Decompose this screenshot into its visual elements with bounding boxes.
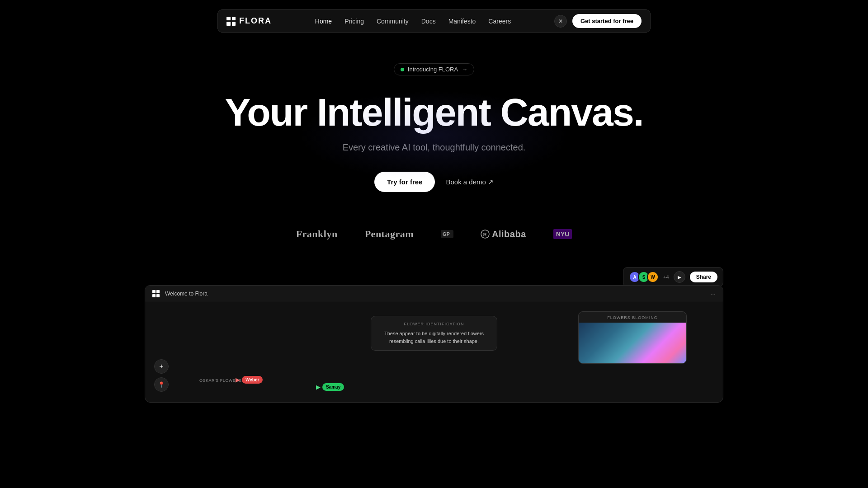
close-button[interactable]: ✕ (554, 15, 567, 28)
partner-logos: Franklyn Pentagram GP 阿 Alibaba NYU (296, 228, 572, 240)
flowers-blooming-label: FLOWERS BLOOMING (579, 312, 686, 323)
collab-count: +4 (663, 274, 669, 280)
avatar-3: W (647, 271, 659, 283)
book-demo-arrow: ↗ (488, 178, 494, 186)
app-tab-name: Welcome to Flora (165, 291, 208, 297)
app-preview-container: A S W +4 ▶ Share Welcome to Flora ··· F (145, 267, 723, 403)
app-logo-small (152, 290, 160, 297)
nav-links: Home Pricing Community Docs Manifesto Ca… (290, 18, 536, 25)
avatar-stack: A S W (629, 271, 659, 283)
weber-cursor-arrow: ▶ (236, 376, 240, 383)
book-demo-text: Book a demo (446, 178, 486, 186)
nav-community[interactable]: Community (377, 18, 409, 25)
add-button[interactable]: + (154, 359, 169, 374)
app-frame: Welcome to Flora ··· FLOWER IDENTIFICATI… (145, 285, 723, 403)
intro-badge-text: Introducing FLORA (408, 66, 458, 73)
weber-cursor-group: ▶ Weber (236, 376, 263, 384)
svg-text:阿: 阿 (483, 233, 487, 237)
navbar-actions: ✕ Get started for free (554, 14, 642, 28)
samay-tag: Samay (322, 383, 344, 391)
hero-title: Your Intelligent Canvas. (225, 92, 643, 132)
nav-docs[interactable]: Docs (421, 18, 436, 25)
samay-cursor-arrow: ▶ (316, 384, 321, 390)
hero-subtitle: Every creative AI tool, thoughtfully con… (343, 142, 526, 153)
svg-text:GP: GP (443, 231, 450, 237)
logo[interactable]: FLORA (226, 16, 272, 26)
nav-pricing[interactable]: Pricing (344, 18, 364, 25)
share-button[interactable]: Share (690, 272, 717, 282)
pin-button[interactable]: 📍 (154, 377, 169, 392)
samay-cursor-group: ▶ Samay (316, 383, 344, 391)
logo-alibaba: 阿 Alibaba (481, 229, 526, 239)
logo-pentagram: Pentagram (365, 228, 414, 240)
nav-careers[interactable]: Careers (488, 18, 511, 25)
navbar: FLORA Home Pricing Community Docs Manife… (217, 9, 651, 33)
flower-id-card: FLOWER IDENTIFICATION These appear to be… (371, 316, 497, 351)
intro-badge-arrow: → (462, 66, 467, 73)
hero-section: Introducing FLORA → Your Intelligent Can… (0, 0, 868, 403)
flower-id-text: These appear to be digitally rendered fl… (377, 330, 491, 345)
green-dot-icon (401, 68, 404, 71)
collab-bar: A S W +4 ▶ Share (623, 267, 723, 287)
logo-text: FLORA (239, 16, 272, 26)
intro-badge[interactable]: Introducing FLORA → (394, 63, 474, 75)
play-button[interactable]: ▶ (674, 271, 685, 283)
logo-gp: GP (441, 230, 453, 238)
logo-nyu: NYU (553, 229, 572, 239)
app-content: FLOWER IDENTIFICATION These appear to be… (145, 302, 723, 401)
flowers-blooming-card: FLOWERS BLOOMING (578, 311, 687, 364)
app-bottom-controls: + 📍 (154, 359, 169, 392)
nav-manifesto[interactable]: Manifesto (448, 18, 476, 25)
book-demo-link[interactable]: Book a demo ↗ (446, 178, 493, 186)
nav-home[interactable]: Home (315, 18, 332, 25)
app-menu-dots[interactable]: ··· (710, 290, 716, 297)
flower-image (579, 323, 686, 363)
logo-icon (226, 17, 236, 26)
hero-actions: Try for free Book a demo ↗ (374, 172, 494, 192)
weber-tag: Weber (242, 376, 263, 384)
app-topbar: Welcome to Flora ··· (145, 286, 723, 302)
get-started-button[interactable]: Get started for free (572, 14, 642, 28)
flower-id-label: FLOWER IDENTIFICATION (377, 322, 491, 326)
try-free-button[interactable]: Try for free (374, 172, 435, 192)
logo-franklyn: Franklyn (296, 228, 338, 240)
